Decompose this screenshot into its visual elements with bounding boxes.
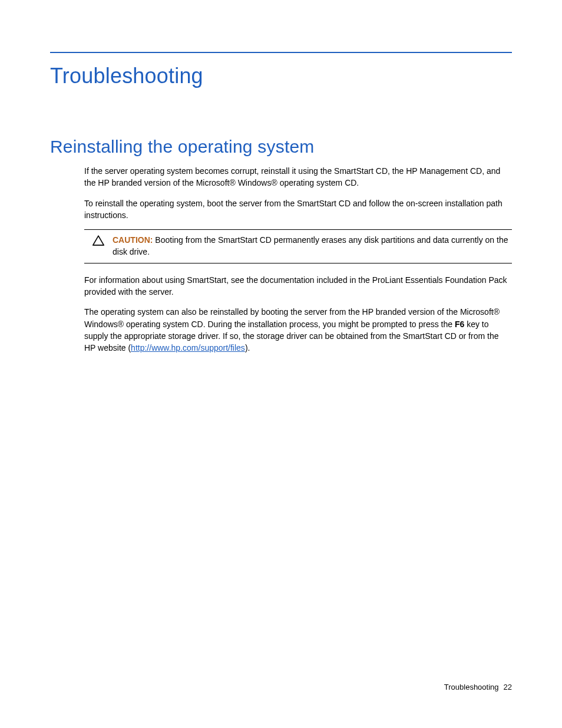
body-content: If the server operating system becomes c… — [84, 165, 512, 354]
paragraph-alt-reinstall: The operating system can also be reinsta… — [84, 306, 512, 354]
f6-key: F6 — [455, 319, 464, 329]
footer-page-number: 22 — [504, 683, 512, 691]
section-heading: Reinstalling the operating system — [50, 137, 512, 157]
paragraph-smartstart-info: For information about using SmartStart, … — [84, 274, 512, 298]
page: Troubleshooting Reinstalling the operati… — [0, 0, 562, 354]
page-footer: Troubleshooting22 — [444, 683, 512, 691]
paragraph-intro: If the server operating system becomes c… — [84, 165, 512, 189]
caution-text: CAUTION: Booting from the SmartStart CD … — [113, 234, 512, 258]
page-title: Troubleshooting — [50, 64, 512, 88]
text-run: The operating system can also be reinsta… — [84, 307, 500, 328]
footer-section-label: Troubleshooting — [444, 683, 499, 691]
caution-body: Booting from the SmartStart CD permanent… — [113, 235, 508, 256]
top-rule — [50, 52, 512, 53]
caution-icon — [84, 234, 113, 258]
text-run: ). — [245, 343, 250, 353]
caution-label: CAUTION: — [113, 235, 153, 245]
paragraph-reinstall: To reinstall the operating system, boot … — [84, 197, 512, 222]
caution-block: CAUTION: Booting from the SmartStart CD … — [84, 229, 512, 263]
support-link[interactable]: http://www.hp.com/support/files — [131, 343, 245, 353]
